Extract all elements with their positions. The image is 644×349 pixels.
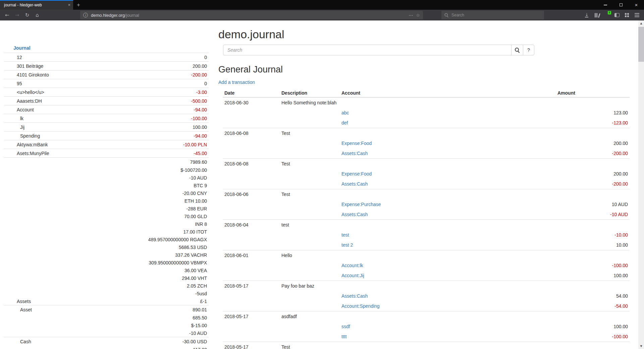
hamburger-menu-icon xyxy=(635,15,639,15)
sidebar-account-balance: -20.00 CNY xyxy=(182,191,209,196)
transaction-description: Hello Something note:blah xyxy=(280,97,340,108)
sidebars-button[interactable] xyxy=(612,10,622,20)
posting-row: Assets:Cash-200.00 xyxy=(223,148,630,159)
transaction-date: 2018-06-08 xyxy=(223,128,280,139)
window-close-button[interactable]: × xyxy=(629,0,644,10)
browser-chrome: journal - hledger-web × + × ← → ↻ ⌂ i de… xyxy=(0,0,644,20)
posting-account-link[interactable]: Account:Jij xyxy=(341,273,364,278)
posting-account-link[interactable]: Expense:Food xyxy=(341,141,372,146)
sidebar-account-link[interactable]: Jij xyxy=(4,124,193,130)
sidebar-account-link[interactable]: Assets xyxy=(4,299,200,304)
transaction-date: 2018-06-01 xyxy=(223,250,280,261)
sidebar-account-link[interactable]: Cash xyxy=(4,339,182,344)
apps-grid-button[interactable] xyxy=(622,10,632,20)
posting-account-link[interactable]: Account:lk xyxy=(341,263,363,268)
journal-search-input[interactable] xyxy=(223,45,512,55)
posting-account-cell: test 2 xyxy=(340,240,556,250)
sidebar-account-row: <u>hello</u>-3.00 xyxy=(4,88,209,96)
journal-table-body: 2018-06-30Hello Something note:blahabc12… xyxy=(223,97,630,349)
tab-close-icon[interactable]: × xyxy=(68,2,70,7)
page-actions-icon[interactable]: ⋯ xyxy=(409,12,413,18)
empty-cell xyxy=(223,118,280,128)
posting-account-link[interactable]: Assets:Cash xyxy=(341,293,368,299)
scroll-up-icon[interactable]: ▲ xyxy=(638,20,644,26)
sidebar-account-row: -288 EUR xyxy=(4,205,209,212)
sidebar-account-link[interactable]: Spending xyxy=(4,133,194,139)
posting-account-link[interactable]: test xyxy=(341,232,349,238)
posting-account-link[interactable]: Assets:Cash xyxy=(341,181,368,187)
posting-row: Assets:Cash54.00 xyxy=(223,291,630,301)
extension-button[interactable]: 0 xyxy=(602,10,612,20)
empty-cell xyxy=(280,270,340,281)
sidebar-account-balance: -10.00 PLN xyxy=(183,142,209,147)
posting-amount: 100.00 xyxy=(556,270,630,281)
page-scrollbar[interactable]: ▲ ▼ xyxy=(638,20,644,349)
browser-search-bar[interactable] xyxy=(441,11,544,19)
posting-account-link[interactable]: def xyxy=(341,120,348,126)
reload-button[interactable]: ↻ xyxy=(22,10,32,20)
scrollbar-thumb[interactable] xyxy=(638,27,644,62)
scroll-down-icon[interactable]: ▼ xyxy=(638,343,644,349)
transaction-title-row: 2018-05-17Pay foo bar baz xyxy=(223,281,630,291)
tab-title: journal - hledger-web xyxy=(4,3,65,7)
transaction-description: Pay foo bar baz xyxy=(280,281,340,291)
sidebar-account-link[interactable]: 4101 Girokonto xyxy=(4,72,191,78)
search-help-button[interactable]: ? xyxy=(523,45,534,55)
posting-account-link[interactable]: Expense:Food xyxy=(341,171,372,177)
sidebar-account-row: -10 AUD xyxy=(4,329,209,337)
sidebar-account-link[interactable]: <u>hello</u> xyxy=(4,90,196,95)
empty-cell xyxy=(280,240,340,250)
sidebar-account-link[interactable]: Account xyxy=(4,107,194,112)
browser-search-input[interactable] xyxy=(451,13,532,17)
posting-account-link[interactable]: tttt xyxy=(341,334,347,339)
sidebar-account-link[interactable]: 12 xyxy=(4,55,204,60)
posting-account-link[interactable]: Assets:Cash xyxy=(341,212,368,217)
posting-account-cell: tttt xyxy=(340,332,556,342)
empty-cell xyxy=(556,159,630,169)
new-tab-button[interactable]: + xyxy=(73,0,84,10)
sidebar-account-row: BTC 9 xyxy=(4,182,209,189)
sidebar-account-link[interactable]: 95 xyxy=(4,81,204,86)
window-minimize-button[interactable] xyxy=(598,0,613,10)
transaction-title-row: 2018-05-17asdfadf xyxy=(223,311,630,322)
minimize-icon xyxy=(604,5,607,5)
sidebar-account-balance: -288 EUR xyxy=(186,206,209,211)
info-icon[interactable]: i xyxy=(83,13,88,17)
journal-search-button[interactable] xyxy=(511,45,523,55)
sidebar-account-link[interactable]: Aaasets:DH xyxy=(4,98,191,104)
bookmark-star-icon[interactable]: ☆ xyxy=(416,13,420,18)
sidebar-account-link[interactable]: Asets:MunyPile xyxy=(4,151,194,156)
posting-account-link[interactable]: abc xyxy=(341,110,349,115)
empty-cell xyxy=(340,128,556,139)
posting-account-link[interactable]: Expense:Purchase xyxy=(341,202,381,207)
back-icon: ← xyxy=(5,12,9,18)
home-button[interactable]: ⌂ xyxy=(32,10,42,20)
menu-button[interactable] xyxy=(632,10,642,20)
posting-account-link[interactable]: Assets:Cash xyxy=(341,151,368,156)
sidebar-journal-link[interactable]: Journal xyxy=(13,45,31,51)
posting-account-link[interactable]: ssdf xyxy=(341,324,350,329)
sidebar-account-row: Jij100.00 xyxy=(4,122,209,131)
window-controls: × xyxy=(598,0,644,10)
journal-table: Date Description Account Amount 2018-06-… xyxy=(223,89,630,349)
empty-cell xyxy=(280,108,340,118)
back-button[interactable]: ← xyxy=(2,10,12,20)
posting-amount: -10 AUD xyxy=(556,209,630,220)
posting-account-link[interactable]: test 2 xyxy=(341,242,353,248)
add-transaction-link[interactable]: Add a transaction xyxy=(218,80,255,85)
posting-amount: -200.00 xyxy=(556,148,630,159)
url-bar[interactable]: i demo.hledger.org/journal ⋯ ☆ xyxy=(80,11,423,19)
browser-tab[interactable]: journal - hledger-web × xyxy=(0,0,73,10)
sidebar-account-balance: 200.00 xyxy=(193,63,209,69)
empty-cell xyxy=(280,301,340,311)
sidebar-account-link[interactable]: lk xyxy=(4,116,191,121)
forward-button[interactable]: → xyxy=(12,10,22,20)
posting-account-link[interactable]: Account:Spending xyxy=(341,303,380,309)
sidebar-account-link[interactable]: 301 Beiträge xyxy=(4,63,193,69)
sidebar-account-link[interactable]: Asset xyxy=(4,307,193,312)
window-restore-button[interactable] xyxy=(613,0,629,10)
downloads-button[interactable]: ↓ xyxy=(582,10,592,20)
library-button[interactable] xyxy=(592,10,602,20)
posting-amount: -10.00 xyxy=(556,230,630,240)
sidebar-account-link[interactable]: Aktywa:mBank xyxy=(4,142,183,147)
